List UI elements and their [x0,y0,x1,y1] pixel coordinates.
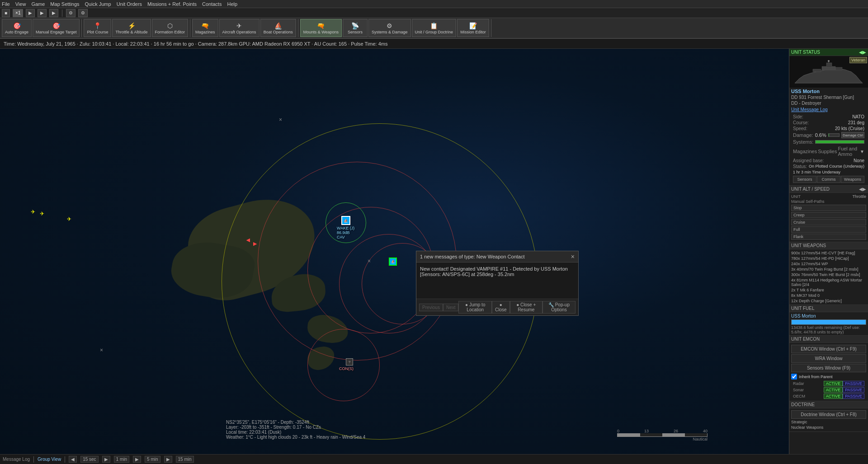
menu-missions[interactable]: Missions + Ref. Points [147,1,197,7]
weapon-7[interactable]: 8x MK37 Mod 0 [791,293,866,298]
fast-forward-2-button[interactable]: ▶ [49,9,58,17]
aircraft-1[interactable]: ✈ [31,209,35,215]
weapons-tab[interactable]: Weapons [841,176,864,183]
group-view-button[interactable]: Group View [38,457,61,462]
menu-unit-orders[interactable]: Unit Orders [117,1,142,7]
speed-x1-button[interactable]: ×1 [13,9,23,17]
manual-engage-button[interactable]: 🎯 Manual Engage Target [33,19,80,37]
magazines-button[interactable]: 🔫 Magazines [192,19,218,37]
sonar-passive-button[interactable]: PASSIVE [843,387,864,393]
previous-button[interactable]: Previous [419,304,443,311]
map-background [0,49,789,454]
time-5min-button[interactable]: 5 min [145,456,160,463]
second-unit[interactable]: ⛵ [389,258,397,266]
plot-course-button[interactable]: 📍 Plot Course [84,19,111,37]
weapon-3[interactable]: 3x 40mm/70 Twin Frag Burst [2 mslx] [791,267,866,272]
flank-button[interactable]: Flank [791,234,866,240]
weapon-8[interactable]: 12x Depth Charge [Generic] [791,298,866,304]
time-15min-button[interactable]: 15 min [176,456,194,463]
wra-window-button[interactable]: WRA Window [791,354,866,363]
doctrine-window-button[interactable]: Doctrine Window (Ctrl + F8) [791,410,866,419]
aircraft-ops-button[interactable]: ✈ Aircraft Operations [219,19,259,37]
fuel-content: USS Morton 13438.6 fuel units remaining … [789,312,868,335]
auto-engage-button[interactable]: 🎯 Auto Engage [2,19,32,37]
play-bottom-3-button[interactable]: ▶ [164,456,172,463]
unit-group-button[interactable]: 📋 Unit / Group Doctrine [412,19,457,37]
next-button[interactable]: Next [443,304,459,311]
rewind-button[interactable]: ◀ [69,456,77,463]
comms-tab[interactable]: Comms [817,176,840,183]
menu-game[interactable]: Game [31,1,45,7]
creep-button[interactable]: Creep [791,212,866,218]
time-1min-button[interactable]: 1 min [114,456,129,463]
manual-engage-label: Manual Engage Target [36,30,76,34]
popup-options-button[interactable]: 🔧 Pop-up Options [542,301,576,314]
aircraft-3[interactable]: ✈ [67,216,71,222]
close-notification-button[interactable]: ● Close [492,301,510,314]
close-resume-button[interactable]: ● Close + Resume [510,301,542,314]
expand-icon[interactable]: ◀▶ [859,50,866,55]
map-area[interactable]: ⛵ WAKE (J) 86.9dB CAV ⛵ ✈ ✈ ✈ ▶ ▶ × × × … [0,49,789,454]
menu-view[interactable]: View [15,1,26,7]
notification-body: New contact! Designated VAMPIRE #11 - De… [416,262,578,299]
weapon-0[interactable]: 900x 127mm/54 HE-CVT [HE Frag] [791,250,866,256]
sensors-window-button[interactable]: Sensors Window (F9) [791,364,866,372]
play-button[interactable]: ▶ [26,9,35,17]
emcon-window-button[interactable]: EMCON Window (Ctrl + F9) [791,345,866,353]
menu-help[interactable]: Help [227,1,237,7]
stop-button[interactable]: Stop [791,205,866,211]
menu-quick-jump[interactable]: Quick Jump [85,1,111,7]
contact-arrow-2: ▶ [253,241,257,247]
menu-file[interactable]: File [2,1,10,7]
fast-forward-1-button[interactable]: ▶ [38,9,47,17]
main-unit[interactable]: ⛵ WAKE (J) 86.9dB CAV [341,216,350,225]
play-bottom-2-button[interactable]: ▶ [133,456,141,463]
pause-button[interactable]: ■ [2,9,10,17]
doctrine-strategic[interactable]: Strategic [791,419,866,425]
aircraft-2[interactable]: ✈ [40,211,44,217]
weapon-1[interactable]: 780x 127mm/54 HE-PD [HiCap] [791,256,866,261]
formation-button[interactable]: ⬡ Formation Editor [152,19,189,37]
weapon-4[interactable]: 300x 76mm/50 Twin HE Burst [2 mslx] [791,272,866,277]
sonar-emcon-row: Sonar ACTIVE PASSIVE [791,387,866,393]
contact-unit[interactable]: ? CON(S) [346,358,353,366]
notification-popup: 1 new messages of type: New Weapon Conta… [416,251,579,316]
full-button[interactable]: Full [791,226,866,233]
sensors-button[interactable]: 📡 Sensors [343,19,368,37]
weapon-6[interactable]: 2x T Mk 6 Fanfare [791,287,866,293]
oecm-passive-button[interactable]: PASSIVE [843,394,864,399]
sensors-tab[interactable]: Sensors [793,176,816,183]
jump-icon: ● [465,302,468,307]
cruise-button[interactable]: Cruise [791,219,866,225]
throttle-button[interactable]: ⚡ Throttle & Altitude [112,19,151,37]
radar-active-button[interactable]: ACTIVE [824,381,843,386]
jump-to-location-button[interactable]: ● Jump to Location [458,301,492,314]
menu-contacts[interactable]: Contacts [202,1,222,7]
damage-ctrl-button[interactable]: Damage Ctrl [841,132,864,138]
menu-map-settings[interactable]: Map Settings [50,1,79,7]
unit-message-log[interactable]: Unit Message Log [789,107,868,112]
doctrine-nuclear[interactable]: Nuclear Weapons [791,425,866,430]
auto-engage-icon: 🎯 [13,22,21,29]
weapons-list: 900x 127mm/54 HE-CVT [HE Frag] 780x 127m… [789,249,868,305]
boat-ops-button[interactable]: ⛵ Boat Operations [260,19,296,37]
unit-alt-speed-title: UNIT ALT / SPEED [791,187,830,192]
settings-button[interactable]: ⚙ [78,9,88,17]
systems-damage-button[interactable]: ⚙ Systems & Damage [368,19,411,37]
expand-icon-2[interactable]: ◀▶ [859,187,866,192]
mounts-weapons-button[interactable]: 🔫 Mounts & Weapons [300,19,342,37]
weapon-2[interactable]: 240x 127mm/54 WP [791,261,866,267]
weapon-5[interactable]: 4x 81mm M114 Hedgehog ASW Mortar Salvo [… [791,277,866,287]
oecm-active-button[interactable]: ACTIVE [824,394,843,399]
notification-close-button[interactable]: × [571,253,575,260]
inherit-checkbox[interactable] [791,374,797,380]
play-bottom-button[interactable]: ▶ [102,456,110,463]
scale-unit: Nautical [617,437,708,441]
sonar-active-button[interactable]: ACTIVE [824,387,843,393]
mounts-weapons-icon: 🔫 [317,22,325,29]
radar-passive-button[interactable]: PASSIVE [843,381,864,386]
dropdown-arrow[interactable]: ▼ [860,149,864,154]
time-15sec-button[interactable]: 15 sec [80,456,98,463]
mission-editor-button[interactable]: 📝 Mission Editor [457,19,489,37]
gear-button[interactable]: ⚙ [66,9,75,17]
